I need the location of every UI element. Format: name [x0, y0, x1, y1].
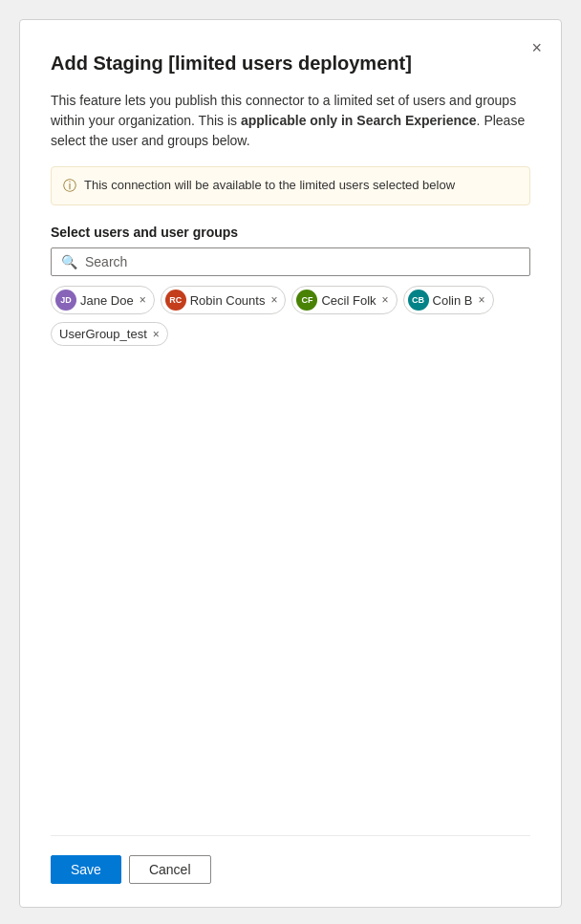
tag-cecil-folk: CF Cecil Folk ×: [291, 286, 397, 314]
tags-container: JD Jane Doe × RC Robin Counts × CF Cecil…: [51, 286, 530, 314]
search-input[interactable]: [85, 254, 520, 269]
avatar-colin-b: CB: [408, 290, 429, 311]
save-button[interactable]: Save: [51, 855, 121, 884]
avatar-robin-counts: RC: [165, 290, 186, 311]
info-banner: ⓘ This connection will be available to t…: [51, 166, 530, 205]
info-banner-text: This connection will be available to the…: [84, 177, 455, 194]
modal-description: This feature lets you publish this conne…: [51, 91, 530, 151]
tag-name-colin-b: Colin B: [433, 293, 473, 308]
search-icon: 🔍: [61, 254, 77, 269]
avatar-cecil-folk: CF: [296, 290, 317, 311]
content-area: [51, 354, 530, 835]
modal-footer: Save Cancel: [51, 835, 530, 884]
tag-usergroup-test: UserGroup_test ×: [51, 322, 168, 346]
modal-dialog: × Add Staging [limited users deployment]…: [19, 19, 562, 908]
group-tags-container: UserGroup_test ×: [51, 322, 530, 346]
tag-name-cecil-folk: Cecil Folk: [321, 293, 376, 308]
remove-colin-b-button[interactable]: ×: [476, 294, 484, 306]
remove-cecil-folk-button[interactable]: ×: [380, 294, 389, 306]
close-button[interactable]: ×: [527, 35, 546, 60]
modal-title: Add Staging [limited users deployment]: [51, 51, 530, 75]
tag-colin-b: CB Colin B ×: [403, 286, 494, 314]
tag-robin-counts: RC Robin Counts ×: [161, 286, 287, 314]
remove-robin-counts-button[interactable]: ×: [269, 294, 277, 306]
cancel-button[interactable]: Cancel: [129, 855, 211, 884]
tag-name-usergroup-test: UserGroup_test: [59, 327, 147, 341]
info-icon: ⓘ: [63, 178, 76, 195]
remove-jane-doe-button[interactable]: ×: [138, 294, 146, 306]
search-container: 🔍: [51, 247, 530, 276]
modal-overlay: × Add Staging [limited users deployment]…: [0, 0, 581, 924]
tag-name-jane-doe: Jane Doe: [80, 293, 134, 308]
tag-name-robin-counts: Robin Counts: [190, 293, 266, 308]
section-label: Select users and user groups: [51, 225, 530, 240]
tag-jane-doe: JD Jane Doe ×: [51, 286, 155, 314]
remove-usergroup-test-button[interactable]: ×: [151, 329, 160, 340]
avatar-jane-doe: JD: [55, 290, 76, 311]
